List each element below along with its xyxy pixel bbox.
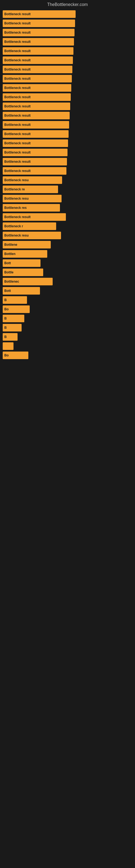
bar-23: Bottleneck r — [3, 222, 56, 230]
bar-label-33: B — [4, 316, 7, 320]
bar-label-30: Bott — [4, 289, 11, 293]
bar-row: B — [3, 296, 132, 304]
bar-label-19: Bottleneck re — [4, 187, 25, 191]
bar-9: Bottleneck result — [3, 93, 71, 101]
bar-row — [3, 342, 132, 350]
bar-7: Bottleneck result — [3, 75, 72, 83]
bar-label-16: Bottleneck result — [4, 160, 31, 163]
bar-label-25: Bottlene — [4, 243, 17, 247]
bar-label-0: Bottleneck result — [4, 12, 31, 16]
bar-label-26: Bottlen — [4, 252, 15, 256]
bar-row: Bottleneck result — [3, 93, 132, 101]
bar-label-8: Bottleneck result — [4, 86, 31, 90]
bar-row: Bo — [3, 305, 132, 313]
bar-24: Bottleneck resu — [3, 231, 61, 239]
bar-label-28: Bottle — [4, 271, 13, 274]
bar-label-15: Bottleneck result — [4, 151, 31, 154]
bar-row: Bottleneck resu — [3, 195, 132, 203]
bar-row: Bottleneck result — [3, 167, 132, 175]
bar-14: Bottleneck result — [3, 140, 68, 147]
bar-row: Bottleneck result — [3, 56, 132, 64]
bar-row: Bottleneck result — [3, 84, 132, 92]
bar-13: Bottleneck result — [3, 130, 69, 138]
bar-label-21: Bottleneck res — [4, 206, 27, 210]
bar-label-27: Bott — [4, 261, 11, 265]
bar-label-3: Bottleneck result — [4, 40, 31, 44]
bar-label-2: Bottleneck result — [4, 31, 31, 34]
bar-31: B — [3, 296, 27, 304]
bar-row: Bott — [3, 287, 132, 294]
bar-16: Bottleneck result — [3, 158, 67, 165]
bar-label-20: Bottleneck resu — [4, 197, 29, 200]
bar-18: Bottleneck resu — [3, 176, 62, 184]
bar-25: Bottlene — [3, 241, 51, 248]
bar-label-23: Bottleneck r — [4, 224, 23, 228]
bar-row: Bottleneck result — [3, 130, 132, 138]
bar-row: Bottlene — [3, 241, 132, 248]
bar-label-4: Bottleneck result — [4, 49, 31, 53]
bar-row: Bottleneck result — [3, 112, 132, 119]
bar-17: Bottleneck result — [3, 167, 66, 175]
bar-34: B — [3, 324, 21, 332]
bar-1: Bottleneck result — [3, 20, 75, 27]
bar-row: Bottleneck result — [3, 20, 132, 27]
bar-33: B — [3, 315, 24, 322]
bar-21: Bottleneck res — [3, 204, 60, 212]
bars-container: Bottleneck resultBottleneck resultBottle… — [0, 10, 135, 359]
bar-label-24: Bottleneck resu — [4, 234, 29, 237]
bar-row: Bottleneck resu — [3, 231, 132, 239]
bar-22: Bottleneck result — [3, 213, 66, 221]
bar-row: Bottleneck result — [3, 38, 132, 45]
bar-8: Bottleneck result — [3, 84, 71, 92]
bar-row: Bottleneck resu — [3, 176, 132, 184]
bar-11: Bottleneck result — [3, 112, 70, 119]
bar-label-17: Bottleneck result — [4, 169, 31, 173]
bar-30: Bott — [3, 287, 40, 294]
bar-row: Bottleneck result — [3, 10, 132, 18]
bar-row: B — [3, 333, 132, 341]
bar-label-32: Bo — [4, 307, 9, 311]
bar-label-6: Bottleneck result — [4, 67, 31, 71]
bar-row: Bottleneck result — [3, 140, 132, 147]
bar-row: Bottleneck result — [3, 213, 132, 221]
bar-label-10: Bottleneck result — [4, 104, 31, 108]
bar-label-9: Bottleneck result — [4, 95, 31, 99]
bar-label-14: Bottleneck result — [4, 141, 31, 145]
bar-row: Bottleneck result — [3, 47, 132, 55]
bar-20: Bottleneck resu — [3, 195, 61, 203]
bar-29: Bottlenec — [3, 278, 53, 285]
bar-row: Bottleneck result — [3, 121, 132, 129]
site-title: TheBottlenecker.com — [0, 0, 135, 10]
bar-12: Bottleneck result — [3, 121, 69, 129]
bar-row: Bottleneck result — [3, 75, 132, 83]
bar-10: Bottleneck result — [3, 102, 70, 110]
bar-15: Bottleneck result — [3, 149, 68, 156]
bar-row: Bottlen — [3, 250, 132, 258]
bar-row: B — [3, 324, 132, 332]
bar-27: Bott — [3, 259, 41, 267]
bar-row: Bott — [3, 259, 132, 267]
bar-0: Bottleneck result — [3, 10, 76, 18]
bar-label-12: Bottleneck result — [4, 123, 31, 127]
bar-label-1: Bottleneck result — [4, 22, 31, 25]
bar-row: Bottleneck result — [3, 149, 132, 156]
bar-19: Bottleneck re — [3, 186, 58, 193]
bar-label-34: B — [4, 326, 7, 330]
bar-row: Bottleneck re — [3, 186, 132, 193]
bar-row: Bottleneck result — [3, 158, 132, 165]
bar-row: Bo — [3, 351, 132, 359]
bar-37: Bo — [3, 351, 28, 359]
bar-2: Bottleneck result — [3, 29, 75, 36]
bar-32: Bo — [3, 305, 30, 313]
bar-28: Bottle — [3, 269, 43, 276]
bar-label-5: Bottleneck result — [4, 58, 31, 62]
bar-label-35: B — [4, 335, 7, 339]
bar-5: Bottleneck result — [3, 56, 73, 64]
bar-row: Bottleneck res — [3, 204, 132, 212]
bar-label-29: Bottlenec — [4, 280, 19, 283]
bar-row: Bottleneck result — [3, 29, 132, 36]
bar-label-37: Bo — [4, 353, 9, 357]
bar-label-7: Bottleneck result — [4, 77, 31, 81]
bar-label-22: Bottleneck result — [4, 215, 31, 219]
bar-row: Bottlenec — [3, 278, 132, 285]
